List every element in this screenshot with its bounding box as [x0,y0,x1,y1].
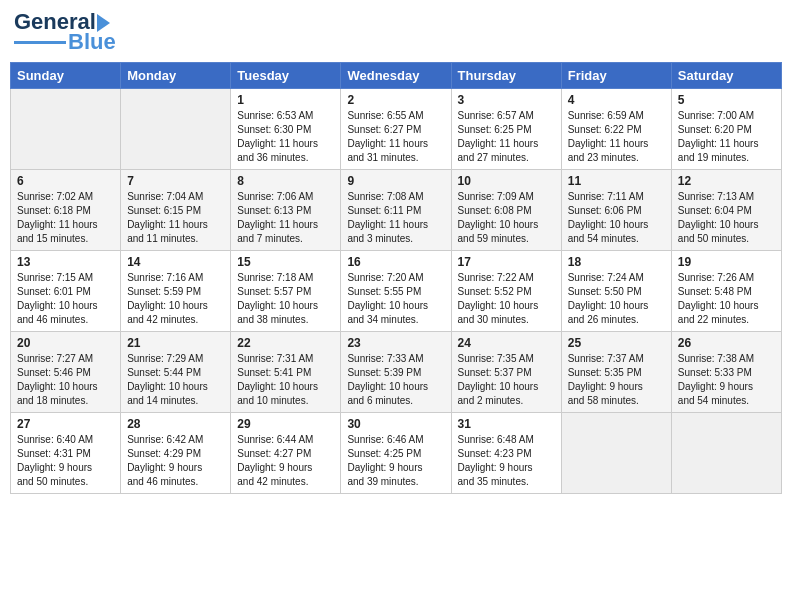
calendar-week-1: 1Sunrise: 6:53 AM Sunset: 6:30 PM Daylig… [11,89,782,170]
day-number: 7 [127,174,224,188]
day-info: Sunrise: 7:04 AM Sunset: 6:15 PM Dayligh… [127,190,224,246]
day-number: 1 [237,93,334,107]
calendar-week-5: 27Sunrise: 6:40 AM Sunset: 4:31 PM Dayli… [11,413,782,494]
calendar-cell: 29Sunrise: 6:44 AM Sunset: 4:27 PM Dayli… [231,413,341,494]
calendar-cell: 21Sunrise: 7:29 AM Sunset: 5:44 PM Dayli… [121,332,231,413]
day-info: Sunrise: 7:29 AM Sunset: 5:44 PM Dayligh… [127,352,224,408]
day-header-tuesday: Tuesday [231,63,341,89]
calendar-cell: 30Sunrise: 6:46 AM Sunset: 4:25 PM Dayli… [341,413,451,494]
calendar-cell: 14Sunrise: 7:16 AM Sunset: 5:59 PM Dayli… [121,251,231,332]
day-info: Sunrise: 6:59 AM Sunset: 6:22 PM Dayligh… [568,109,665,165]
day-header-saturday: Saturday [671,63,781,89]
day-info: Sunrise: 7:38 AM Sunset: 5:33 PM Dayligh… [678,352,775,408]
day-header-sunday: Sunday [11,63,121,89]
day-header-thursday: Thursday [451,63,561,89]
day-number: 2 [347,93,444,107]
calendar-week-3: 13Sunrise: 7:15 AM Sunset: 6:01 PM Dayli… [11,251,782,332]
day-number: 14 [127,255,224,269]
day-info: Sunrise: 7:31 AM Sunset: 5:41 PM Dayligh… [237,352,334,408]
day-info: Sunrise: 6:48 AM Sunset: 4:23 PM Dayligh… [458,433,555,489]
calendar-cell: 27Sunrise: 6:40 AM Sunset: 4:31 PM Dayli… [11,413,121,494]
calendar-cell: 2Sunrise: 6:55 AM Sunset: 6:27 PM Daylig… [341,89,451,170]
day-info: Sunrise: 7:15 AM Sunset: 6:01 PM Dayligh… [17,271,114,327]
calendar-cell: 25Sunrise: 7:37 AM Sunset: 5:35 PM Dayli… [561,332,671,413]
day-info: Sunrise: 7:24 AM Sunset: 5:50 PM Dayligh… [568,271,665,327]
calendar-cell: 6Sunrise: 7:02 AM Sunset: 6:18 PM Daylig… [11,170,121,251]
calendar-cell: 10Sunrise: 7:09 AM Sunset: 6:08 PM Dayli… [451,170,561,251]
day-number: 31 [458,417,555,431]
calendar-cell: 24Sunrise: 7:35 AM Sunset: 5:37 PM Dayli… [451,332,561,413]
day-info: Sunrise: 7:26 AM Sunset: 5:48 PM Dayligh… [678,271,775,327]
calendar-cell: 9Sunrise: 7:08 AM Sunset: 6:11 PM Daylig… [341,170,451,251]
day-number: 10 [458,174,555,188]
calendar-cell [671,413,781,494]
day-info: Sunrise: 6:42 AM Sunset: 4:29 PM Dayligh… [127,433,224,489]
day-info: Sunrise: 7:18 AM Sunset: 5:57 PM Dayligh… [237,271,334,327]
day-number: 25 [568,336,665,350]
day-number: 4 [568,93,665,107]
day-info: Sunrise: 7:02 AM Sunset: 6:18 PM Dayligh… [17,190,114,246]
calendar-cell: 16Sunrise: 7:20 AM Sunset: 5:55 PM Dayli… [341,251,451,332]
day-info: Sunrise: 6:44 AM Sunset: 4:27 PM Dayligh… [237,433,334,489]
day-number: 23 [347,336,444,350]
calendar-cell: 19Sunrise: 7:26 AM Sunset: 5:48 PM Dayli… [671,251,781,332]
day-info: Sunrise: 7:08 AM Sunset: 6:11 PM Dayligh… [347,190,444,246]
day-info: Sunrise: 6:53 AM Sunset: 6:30 PM Dayligh… [237,109,334,165]
day-info: Sunrise: 7:16 AM Sunset: 5:59 PM Dayligh… [127,271,224,327]
day-number: 9 [347,174,444,188]
day-number: 29 [237,417,334,431]
calendar-cell: 22Sunrise: 7:31 AM Sunset: 5:41 PM Dayli… [231,332,341,413]
day-info: Sunrise: 7:00 AM Sunset: 6:20 PM Dayligh… [678,109,775,165]
calendar-table: SundayMondayTuesdayWednesdayThursdayFrid… [10,62,782,494]
day-info: Sunrise: 7:13 AM Sunset: 6:04 PM Dayligh… [678,190,775,246]
calendar-cell: 3Sunrise: 6:57 AM Sunset: 6:25 PM Daylig… [451,89,561,170]
calendar-cell: 15Sunrise: 7:18 AM Sunset: 5:57 PM Dayli… [231,251,341,332]
calendar-cell: 31Sunrise: 6:48 AM Sunset: 4:23 PM Dayli… [451,413,561,494]
day-number: 19 [678,255,775,269]
calendar-cell: 26Sunrise: 7:38 AM Sunset: 5:33 PM Dayli… [671,332,781,413]
calendar-cell: 18Sunrise: 7:24 AM Sunset: 5:50 PM Dayli… [561,251,671,332]
day-info: Sunrise: 7:33 AM Sunset: 5:39 PM Dayligh… [347,352,444,408]
calendar-cell: 28Sunrise: 6:42 AM Sunset: 4:29 PM Dayli… [121,413,231,494]
calendar-cell [561,413,671,494]
day-info: Sunrise: 7:20 AM Sunset: 5:55 PM Dayligh… [347,271,444,327]
calendar-cell: 13Sunrise: 7:15 AM Sunset: 6:01 PM Dayli… [11,251,121,332]
day-number: 8 [237,174,334,188]
calendar-cell: 8Sunrise: 7:06 AM Sunset: 6:13 PM Daylig… [231,170,341,251]
calendar-cell: 5Sunrise: 7:00 AM Sunset: 6:20 PM Daylig… [671,89,781,170]
day-number: 27 [17,417,114,431]
day-info: Sunrise: 7:11 AM Sunset: 6:06 PM Dayligh… [568,190,665,246]
day-number: 16 [347,255,444,269]
day-info: Sunrise: 7:06 AM Sunset: 6:13 PM Dayligh… [237,190,334,246]
calendar-week-4: 20Sunrise: 7:27 AM Sunset: 5:46 PM Dayli… [11,332,782,413]
day-number: 11 [568,174,665,188]
day-info: Sunrise: 7:35 AM Sunset: 5:37 PM Dayligh… [458,352,555,408]
day-info: Sunrise: 7:09 AM Sunset: 6:08 PM Dayligh… [458,190,555,246]
calendar-cell: 1Sunrise: 6:53 AM Sunset: 6:30 PM Daylig… [231,89,341,170]
calendar-cell [121,89,231,170]
day-number: 6 [17,174,114,188]
day-number: 26 [678,336,775,350]
calendar-cell: 11Sunrise: 7:11 AM Sunset: 6:06 PM Dayli… [561,170,671,251]
day-number: 3 [458,93,555,107]
day-number: 21 [127,336,224,350]
day-number: 22 [237,336,334,350]
day-number: 30 [347,417,444,431]
day-number: 12 [678,174,775,188]
calendar-cell: 7Sunrise: 7:04 AM Sunset: 6:15 PM Daylig… [121,170,231,251]
day-number: 28 [127,417,224,431]
calendar-cell: 12Sunrise: 7:13 AM Sunset: 6:04 PM Dayli… [671,170,781,251]
day-number: 18 [568,255,665,269]
day-info: Sunrise: 6:46 AM Sunset: 4:25 PM Dayligh… [347,433,444,489]
calendar-cell [11,89,121,170]
calendar-header-row: SundayMondayTuesdayWednesdayThursdayFrid… [11,63,782,89]
logo-blue: Blue [68,30,116,54]
day-info: Sunrise: 7:22 AM Sunset: 5:52 PM Dayligh… [458,271,555,327]
day-header-monday: Monday [121,63,231,89]
day-number: 5 [678,93,775,107]
calendar-cell: 23Sunrise: 7:33 AM Sunset: 5:39 PM Dayli… [341,332,451,413]
calendar-cell: 17Sunrise: 7:22 AM Sunset: 5:52 PM Dayli… [451,251,561,332]
day-number: 15 [237,255,334,269]
day-number: 17 [458,255,555,269]
day-number: 20 [17,336,114,350]
